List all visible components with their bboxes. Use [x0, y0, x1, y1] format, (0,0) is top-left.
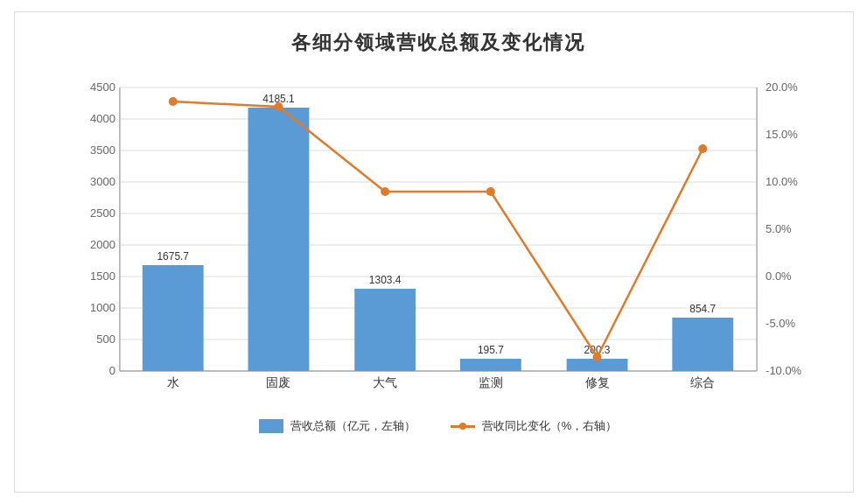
- svg-text:854.7: 854.7: [689, 303, 716, 315]
- svg-text:195.7: 195.7: [477, 344, 503, 356]
- svg-text:4000: 4000: [90, 112, 115, 125]
- legend-bar-item: 营收总额（亿元，左轴）: [259, 418, 416, 434]
- svg-text:1500: 1500: [90, 270, 115, 283]
- svg-text:2500: 2500: [90, 206, 115, 220]
- svg-text:1675.7: 1675.7: [157, 250, 189, 262]
- dot-水: [168, 97, 177, 106]
- main-chart-svg: 0 500 1000 1500 2000 2500 3000 3500 4000…: [76, 74, 801, 406]
- chart-container: 各细分领域营收总额及变化情况 0 500 1000 1500 2000 2500…: [14, 11, 854, 493]
- bar-监测: [459, 359, 521, 371]
- svg-text:5.0%: 5.0%: [766, 222, 792, 235]
- cat-大气: 大气: [373, 375, 397, 389]
- svg-text:10.0%: 10.0%: [766, 175, 798, 188]
- legend-line-label: 营收同比变化（%，右轴）: [482, 418, 618, 434]
- svg-text:3000: 3000: [90, 175, 115, 188]
- svg-text:3500: 3500: [90, 144, 115, 157]
- chart-title: 各细分领域营收总额及变化情况: [76, 30, 801, 56]
- chart-area: 0 500 1000 1500 2000 2500 3000 3500 4000…: [76, 74, 801, 406]
- dot-固废: [274, 102, 283, 111]
- legend-bar-icon: [259, 419, 283, 433]
- bar-固废: [248, 108, 309, 371]
- cat-修复: 修复: [584, 375, 609, 389]
- cat-固废: 固废: [266, 375, 290, 389]
- svg-text:15.0%: 15.0%: [766, 128, 798, 141]
- svg-text:2000: 2000: [90, 238, 115, 251]
- legend-bar-label: 营收总额（亿元，左轴）: [290, 418, 416, 434]
- dot-大气: [381, 187, 389, 196]
- bar-综合: [672, 318, 733, 371]
- svg-text:0: 0: [108, 364, 115, 377]
- dot-修复: [592, 353, 601, 361]
- svg-text:-5.0%: -5.0%: [766, 317, 795, 330]
- bar-大气: [354, 289, 416, 371]
- legend-line-item: 营收同比变化（%，右轴）: [451, 418, 618, 434]
- chart-legend: 营收总额（亿元，左轴） 营收同比变化（%，右轴）: [76, 418, 801, 434]
- svg-text:20.0%: 20.0%: [766, 80, 798, 94]
- dot-监测: [486, 187, 494, 196]
- svg-text:1303.4: 1303.4: [368, 274, 401, 286]
- svg-text:500: 500: [96, 332, 115, 346]
- bar-水: [142, 265, 203, 371]
- svg-text:4500: 4500: [90, 80, 115, 94]
- cat-监测: 监测: [478, 375, 502, 389]
- dot-综合: [698, 144, 707, 153]
- legend-line-icon: [451, 425, 475, 428]
- cat-水: 水: [166, 375, 178, 389]
- svg-text:0.0%: 0.0%: [766, 270, 792, 283]
- svg-text:1000: 1000: [90, 301, 115, 314]
- cat-综合: 综合: [690, 375, 715, 389]
- svg-text:-10.0%: -10.0%: [766, 364, 802, 377]
